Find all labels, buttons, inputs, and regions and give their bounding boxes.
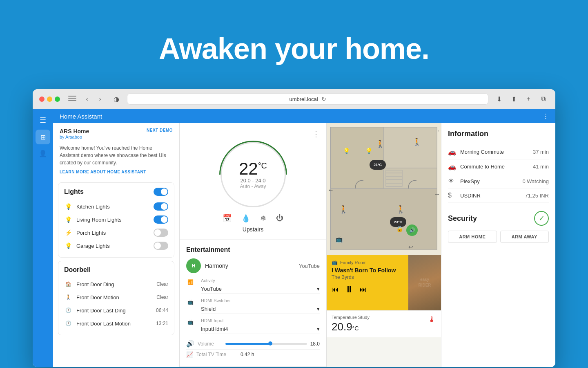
svg-rect-3 [331, 188, 437, 250]
traffic-lights [39, 96, 60, 102]
light-device-1[interactable]: 💡 [343, 148, 350, 154]
thermostat-unit: °C [258, 161, 267, 170]
light-item-kitchen: 💡 Kitchen Lights [64, 200, 168, 213]
hamburger-menu-button[interactable]: ☰ [36, 112, 49, 128]
prev-button[interactable]: ⏮ [332, 285, 339, 294]
humidity-icon[interactable]: 💧 [241, 214, 250, 223]
doorbell-val-ding: Clear [156, 281, 168, 287]
temp-study-unit: °C [352, 325, 359, 332]
tv-device[interactable]: 📺 [336, 236, 343, 242]
pause-button[interactable]: ⏸ [345, 284, 354, 295]
profile-nav-icon[interactable]: 👤 [36, 146, 50, 161]
dashboard-nav-icon[interactable]: ⊞ [36, 130, 50, 144]
power-icon[interactable]: ⏻ [276, 214, 283, 223]
chevron-down-icon-2: ▾ [317, 306, 320, 312]
hero-section: Awaken your home. [159, 0, 429, 89]
fp-left-arrow[interactable]: ← [327, 186, 334, 194]
demo-description: Welcome home! You've reached the Home As… [53, 143, 179, 170]
fp-right-arrow-2[interactable]: → [434, 191, 440, 198]
left-panel: ARS Home by Arsaboo NEXT DEMO Welcome ho… [53, 123, 180, 367]
motion-icon: 🚶 [64, 293, 72, 301]
chevron-down-icon: ▾ [317, 286, 320, 292]
share-icon[interactable]: ⬆ [508, 93, 519, 105]
security-header: Security ✓ [448, 211, 549, 226]
porch-lights-toggle[interactable] [154, 229, 168, 237]
hdmi-input-select[interactable]: InputHdmi4 ▾ [201, 324, 320, 334]
learn-more-link[interactable]: LEARN MORE ABOUT HOME ASSISTANT [53, 170, 179, 179]
forward-button[interactable]: › [94, 93, 106, 105]
activity-label: Activity [201, 278, 320, 283]
harmony-icon: H [186, 258, 201, 273]
door-icon: 🏠 [64, 280, 72, 288]
next-demo-button[interactable]: NEXT DEMO [147, 128, 173, 132]
ha-menu-icon[interactable]: ⋮ [543, 112, 549, 120]
info-item-commute-home: 🚗 Commute to Home 41 min [448, 159, 549, 174]
info-item-plexspy: 👁 PlexSpy 0 Watching [448, 174, 549, 188]
living-room-lights-toggle[interactable] [154, 215, 168, 224]
download-icon[interactable]: ⬇ [493, 93, 505, 105]
maximize-button[interactable] [55, 96, 60, 102]
commute-home-value: 41 min [533, 164, 549, 170]
middle-panel: ⋮ 22°C 20.0 - 24.0 Auto - Away 📅 💧 [180, 123, 327, 367]
new-tab-icon[interactable]: + [523, 93, 534, 105]
morning-commute-label: Morning Commute [460, 149, 529, 155]
lock-icon[interactable]: 🔒 [396, 225, 403, 232]
light-item-garage: 💡 Garage Lights [64, 239, 168, 252]
fp-right-arrow[interactable]: → [434, 127, 440, 135]
schedule-icon[interactable]: 📅 [223, 214, 232, 223]
volume-row: 🔊 Volume 18.0 [186, 338, 320, 350]
tv-time-icon: 📈 [186, 351, 193, 358]
doorbell-item-motion: 🚶 Front Door Motion Clear [64, 291, 168, 304]
reload-button[interactable]: ↻ [321, 96, 326, 102]
doorbell-val-motion: Clear [156, 294, 168, 300]
light-item-living: 💡 Living Room Lights [64, 213, 168, 226]
floorplan-area: 🚶 🚶 🚶 🚶 21°C 23°C 💡 💡 🔒 ↩ 🔊 [327, 123, 441, 255]
minimize-button[interactable] [47, 96, 52, 102]
theme-toggle-button[interactable]: ◑ [111, 93, 122, 105]
garage-lights-toggle[interactable] [154, 242, 168, 250]
sidebar-toggle-button[interactable] [68, 96, 76, 102]
close-button[interactable] [39, 96, 45, 102]
ha-content-row: ARS Home by Arsaboo NEXT DEMO Welcome ho… [53, 123, 555, 367]
hero-tagline: Awaken your home. [159, 32, 429, 65]
thermostat-ring[interactable]: 22°C 20.0 - 24.0 Auto - Away [220, 142, 286, 207]
speaker-device[interactable]: 🔊 [406, 224, 418, 236]
kitchen-lights-toggle[interactable] [154, 202, 168, 211]
fan-icon[interactable]: ❄ [260, 214, 266, 223]
morning-commute-value: 37 min [533, 149, 549, 155]
volume-slider[interactable] [225, 343, 307, 345]
arm-home-button[interactable]: ARM HOME [448, 231, 497, 243]
floorplan-panel: 🚶 🚶 🚶 🚶 21°C 23°C 💡 💡 🔒 ↩ 🔊 [327, 123, 441, 367]
chevron-down-icon-3: ▾ [317, 326, 320, 332]
volume-icon: 🔊 [186, 340, 194, 348]
light-name-living: Living Room Lights [76, 217, 149, 223]
thermostat-controls: 📅 💧 ❄ ⏻ [223, 214, 283, 223]
tabs-icon[interactable]: ⧉ [537, 93, 549, 105]
info-item-morning: 🚗 Morning Commute 37 min [448, 145, 549, 159]
light-bolt-icon: ⚡ [64, 229, 72, 237]
temp-study-card: Temperature Study 20.9°C 🌡 [327, 310, 441, 337]
album-art: easyRIDER [408, 255, 441, 310]
door-icon-fp[interactable]: ↩ [408, 244, 413, 250]
address-bar[interactable]: umbrel.local ↻ [127, 93, 488, 105]
light-name-porch: Porch Lights [76, 230, 149, 236]
demo-author: by Arsaboo [60, 135, 89, 139]
light-bulb-icon: 💡 [64, 202, 72, 211]
thermostat-card: ⋮ 22°C 20.0 - 24.0 Auto - Away 📅 💧 [180, 123, 326, 239]
activity-select[interactable]: YouTube ▾ [201, 284, 320, 294]
next-button[interactable]: ⏭ [359, 285, 367, 294]
doorbell-item-last-motion: 🕐 Front Door Last Motion 13:21 [64, 317, 168, 330]
doorbell-name-ding: Front Door Ding [76, 281, 152, 287]
thermostat-more-button[interactable]: ⋮ [312, 130, 320, 139]
lights-master-toggle[interactable] [154, 188, 168, 196]
information-title: Information [448, 130, 549, 138]
ha-main-area: Home Assistant ⋮ ARS Home by Arsaboo NEX… [53, 109, 555, 367]
thermostat-header: ⋮ [186, 130, 320, 139]
thermostat-device-1[interactable]: 21°C [370, 160, 386, 170]
ha-header-bar: Home Assistant ⋮ [53, 109, 555, 123]
light-device-2[interactable]: 💡 [365, 148, 372, 154]
wifi-icon: 📶 [186, 278, 194, 286]
back-button[interactable]: ‹ [81, 93, 93, 105]
hdmi-switcher-select[interactable]: Shield ▾ [201, 304, 320, 314]
arm-away-button[interactable]: ARM AWAY [500, 231, 549, 243]
